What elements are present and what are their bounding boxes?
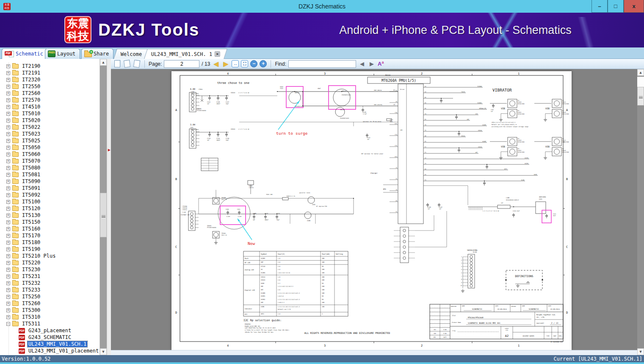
find-next-icon[interactable]: ▶ <box>368 60 376 68</box>
tree-folder-IT2560[interactable]: +IT2560 <box>0 90 100 97</box>
sidebar-scroll-thumb[interactable] <box>100 193 107 237</box>
expand-icon[interactable]: + <box>6 159 10 163</box>
expand-icon[interactable]: + <box>6 247 10 251</box>
tab-document[interactable]: UL243_MMI_V01.SCH. 1 ✕ <box>144 49 227 59</box>
tree-folder-IT5081[interactable]: +IT5081 <box>0 171 100 178</box>
tree-folder-IT5220[interactable]: +IT5220 <box>0 259 100 266</box>
tree-folder-IT5190[interactable]: +IT5190 <box>0 246 100 253</box>
expand-icon[interactable]: + <box>6 288 10 292</box>
expand-icon[interactable]: + <box>6 275 10 278</box>
next-page-button[interactable]: ▶ <box>222 60 229 68</box>
schematic-viewer[interactable]: 44332211AABBCCDDthree chose to oneMA100M… <box>111 69 637 350</box>
expand-icon[interactable]: + <box>6 315 10 319</box>
tab-schematic[interactable]: PDF Schematic <box>2 48 48 59</box>
expand-icon[interactable]: + <box>6 254 10 258</box>
tree-folder-IT2570[interactable]: +IT2570 <box>0 97 100 103</box>
expand-icon[interactable]: + <box>6 180 10 183</box>
expand-icon[interactable]: + <box>6 153 10 156</box>
expand-icon[interactable]: + <box>6 220 10 224</box>
fit-page-button[interactable]: ⛶ <box>241 60 248 67</box>
expand-icon[interactable]: + <box>6 186 10 190</box>
expand-icon[interactable]: + <box>6 105 10 109</box>
page-thumb-icon[interactable] <box>113 60 121 68</box>
viewer-scroll-thumb[interactable] <box>637 87 644 106</box>
expand-icon[interactable]: + <box>6 200 10 204</box>
tree-folder-IT5130[interactable]: +IT5130 <box>0 212 100 219</box>
scroll-up-icon[interactable]: ▲ <box>100 59 107 66</box>
next-view-icon[interactable] <box>133 60 141 68</box>
fit-width-button[interactable]: ↔ <box>232 60 239 67</box>
expand-icon[interactable]: + <box>6 241 10 245</box>
expand-icon[interactable]: + <box>6 227 10 231</box>
tree-folder-IT5091[interactable]: +IT5091 <box>0 185 100 192</box>
expand-icon[interactable]: + <box>6 166 10 170</box>
tree-folder-IT5160[interactable]: +IT5160 <box>0 225 100 232</box>
expand-icon[interactable]: + <box>6 64 10 68</box>
expand-icon[interactable]: + <box>6 98 10 102</box>
tree-folder-IT2550[interactable]: +IT2550 <box>0 83 100 90</box>
expand-icon[interactable]: + <box>6 139 10 143</box>
tree-file-UL243_MMI_V01_placement[interactable]: PDFUL243_MMI_V01_placement <box>0 347 100 354</box>
tree-folder-IT5210-Plus[interactable]: +IT5210 Plus <box>0 253 100 259</box>
expand-icon[interactable]: + <box>6 132 10 136</box>
tree-folder-IT2191[interactable]: +IT2191 <box>0 69 100 76</box>
tree-folder-IT5092[interactable]: +IT5092 <box>0 192 100 198</box>
tab-share[interactable]: + Share <box>81 48 113 59</box>
expand-icon[interactable]: + <box>6 125 10 129</box>
expand-icon[interactable]: + <box>6 295 10 299</box>
tree-folder-IT5311[interactable]: −IT5311 <box>0 320 100 327</box>
tree-folder-IT4510[interactable]: +IT4510 <box>0 103 100 110</box>
zoom-out-button[interactable]: − <box>250 60 257 67</box>
viewer-horizontal-scrollbar[interactable] <box>111 350 637 355</box>
tree-folder-IT2320[interactable]: +IT2320 <box>0 76 100 83</box>
tree-folder-IT5060[interactable]: +IT5060 <box>0 151 100 158</box>
tree-file-G243_SCHEMATIC[interactable]: PDFG243_SCHEMATIC <box>0 334 100 341</box>
expand-icon[interactable]: + <box>6 119 10 122</box>
tree-folder-IT5180[interactable]: +IT5180 <box>0 239 100 246</box>
minimize-button[interactable]: – <box>591 0 608 13</box>
expand-icon[interactable]: + <box>6 302 10 306</box>
tree-folder-IT5010[interactable]: +IT5010 <box>0 110 100 117</box>
tree-folder-IT5120[interactable]: +IT5120 <box>0 205 100 212</box>
scroll-up-icon[interactable]: ▲ <box>637 69 644 76</box>
schematic-page[interactable]: 44332211AABBCCDDthree chose to oneMA100M… <box>171 71 572 350</box>
tree-folder-IT5022[interactable]: +IT5022 <box>0 124 100 131</box>
expand-icon[interactable]: + <box>6 146 10 150</box>
tab-close-icon[interactable]: ✕ <box>214 51 220 57</box>
tree-folder-IT5020[interactable]: +IT5020 <box>0 117 100 124</box>
scroll-down-icon[interactable]: ▼ <box>100 348 107 355</box>
expand-icon[interactable]: + <box>6 214 10 217</box>
scroll-down-icon[interactable]: ▼ <box>637 348 644 355</box>
collapse-icon[interactable]: − <box>6 322 10 326</box>
expand-icon[interactable]: + <box>6 71 10 75</box>
expand-icon[interactable]: + <box>6 92 10 95</box>
tree-folder-IT5230[interactable]: +IT5230 <box>0 266 100 273</box>
tree-folder-IT5260[interactable]: +IT5260 <box>0 300 100 307</box>
tree-folder-IT5080[interactable]: +IT5080 <box>0 164 100 171</box>
sidebar-scrollbar[interactable]: ▲ ▼ <box>100 59 107 355</box>
maximize-button[interactable]: □ <box>608 0 624 13</box>
expand-icon[interactable]: + <box>6 281 10 285</box>
tree-folder-IT5025[interactable]: +IT5025 <box>0 137 100 144</box>
tree-folder-IT5100[interactable]: +IT5100 <box>0 198 100 205</box>
tab-layout[interactable]: PADS Layout <box>45 48 80 59</box>
sidebar-splitter[interactable] <box>107 59 111 355</box>
tree-folder-IT5150[interactable]: +IT5150 <box>0 219 100 225</box>
prev-view-icon[interactable] <box>123 60 131 68</box>
viewer-vertical-scrollbar[interactable]: ▲ ▼ <box>637 69 644 355</box>
tree-folder-IT5233[interactable]: +IT5233 <box>0 286 100 293</box>
tree-file-G243_pLacement[interactable]: PDFG243_pLacement <box>0 327 100 334</box>
font-size-icon[interactable]: Aa <box>378 60 384 67</box>
expand-icon[interactable]: + <box>6 193 10 197</box>
expand-icon[interactable]: + <box>6 268 10 272</box>
expand-icon[interactable]: + <box>6 234 10 238</box>
zoom-in-button[interactable]: + <box>260 60 267 67</box>
expand-icon[interactable]: + <box>6 207 10 211</box>
tab-welcome[interactable]: Welcome <box>113 49 149 59</box>
expand-icon[interactable]: + <box>6 85 10 89</box>
expand-icon[interactable]: + <box>6 308 10 312</box>
expand-icon[interactable]: + <box>6 173 10 177</box>
find-previous-icon[interactable]: ◀ <box>358 60 366 68</box>
tree-folder-IT5300[interactable]: +IT5300 <box>0 307 100 314</box>
expand-icon[interactable]: + <box>6 112 10 116</box>
